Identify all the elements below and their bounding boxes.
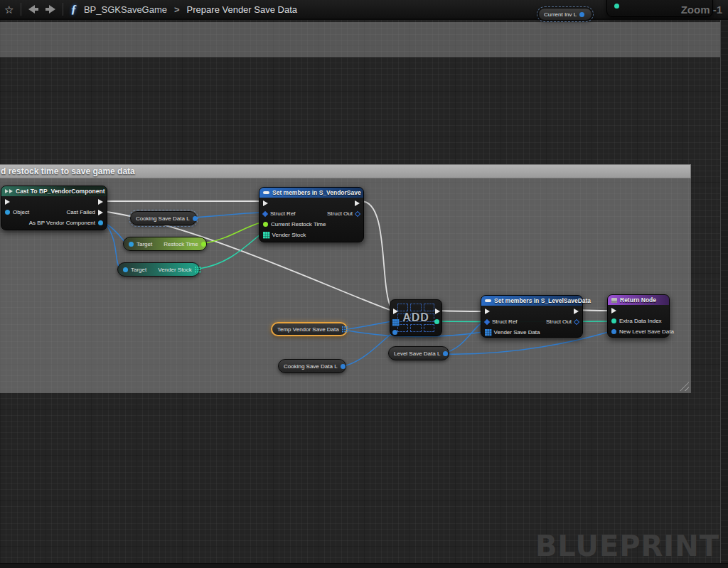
blueprint-graph-canvas[interactable]: d restock time to save game data	[0, 0, 728, 568]
current-restock-pin[interactable]	[263, 222, 268, 227]
exec-in-pin[interactable]	[393, 309, 398, 314]
cast-failed-label: Cast Failed	[67, 209, 95, 215]
value-out-pin[interactable]	[443, 351, 448, 356]
pill-get-restock-time[interactable]: Target Restock Time	[123, 237, 207, 251]
exec-out-pin[interactable]	[355, 200, 360, 206]
struct-ref-label: Struct Ref	[492, 318, 518, 325]
exec-in-pin[interactable]	[611, 308, 616, 314]
current-restock-label: Current Restock Time	[271, 221, 326, 227]
value-out-pin[interactable]	[193, 216, 198, 221]
return-icon	[611, 298, 617, 303]
pill-label: Cooking Save Data L	[284, 363, 338, 370]
cast-failed-pin[interactable]	[98, 210, 103, 215]
value-out-pin[interactable]	[201, 242, 206, 247]
pill-current-inv[interactable]: Current Inv L	[538, 8, 592, 21]
exec-out-pin[interactable]	[435, 309, 440, 314]
struct-out-label: Struct Out	[546, 318, 572, 325]
divider	[63, 3, 63, 16]
breadcrumb-root[interactable]: BP_SGKSaveGame	[84, 4, 167, 15]
as-component-label: As BP Vendor Component	[29, 220, 95, 226]
node-add[interactable]: ADD	[390, 299, 442, 336]
value-out-pin[interactable]	[342, 326, 344, 328]
back-button[interactable]	[28, 5, 38, 14]
pill-label: Restock Time	[164, 241, 198, 247]
struct-out-pin[interactable]	[574, 318, 579, 324]
comment-body-clipped[interactable]	[0, 22, 728, 58]
target-in-pin[interactable]	[123, 267, 128, 272]
struct-ref-label: Struct Ref	[270, 210, 296, 217]
pill-cooking-save-data-top[interactable]: Cooking Save Data L	[130, 211, 197, 225]
exec-out-pin[interactable]	[98, 199, 103, 205]
target-label: Target	[131, 267, 146, 273]
new-level-save-pin[interactable]	[611, 329, 616, 334]
node-set-members-levelsavedata[interactable]: Set members in S_LevelSaveData Struct Re…	[481, 295, 583, 338]
pill-label: Temp Vendor Save Data	[277, 326, 339, 333]
object-pin-label: Object	[13, 209, 29, 215]
target-label: Target	[136, 241, 152, 247]
value-out-pin[interactable]	[195, 267, 197, 269]
struct-out-pin[interactable]	[355, 210, 360, 216]
exec-in-pin[interactable]	[5, 199, 10, 205]
pill-label: Level Save Data L	[394, 350, 440, 357]
object-pin[interactable]	[5, 210, 10, 215]
set-in-pin[interactable]	[392, 319, 395, 321]
vender-save-data-pin[interactable]	[485, 329, 487, 331]
panel-edge-bottom	[0, 563, 728, 568]
struct-icon	[485, 299, 491, 302]
node-cast-to-bp-vendorcomponent[interactable]: Cast To BP_VendorComponent Object Cast F…	[1, 186, 107, 230]
pill-level-save-data[interactable]: Level Save Data L	[388, 346, 449, 360]
pill-cooking-save-data-bottom[interactable]: Cooking Save Data L	[278, 359, 346, 373]
pill-get-vender-stock[interactable]: Target Vender Stock	[117, 262, 200, 277]
value-out-pin[interactable]	[579, 12, 584, 17]
exec-in-pin[interactable]	[263, 200, 268, 206]
node-return[interactable]: Return Node Extra Data Index New Level S…	[607, 294, 670, 338]
pill-label: Vender Stock	[158, 267, 192, 273]
panel-edge-right	[721, 20, 728, 568]
zoom-level-label: Zoom -1	[681, 4, 722, 16]
index-out-pin[interactable]	[434, 319, 439, 324]
forward-button[interactable]	[46, 5, 55, 14]
value-out-pin[interactable]	[341, 364, 346, 369]
extra-data-index-pin[interactable]	[611, 318, 616, 323]
item-in-pin[interactable]	[392, 330, 397, 335]
exec-in-pin[interactable]	[485, 309, 490, 314]
struct-out-label: Struct Out	[327, 210, 353, 217]
node-set-members-vendorsave[interactable]: Set members in S_VendorSave Struct Ref S…	[259, 187, 364, 242]
comment-resize-handle[interactable]	[680, 382, 689, 391]
vender-stock-pin[interactable]	[263, 232, 265, 234]
node-title: Set members in S_VendorSave	[272, 189, 361, 196]
node-title: Set members in S_LevelSaveData	[494, 297, 591, 304]
vender-stock-label: Vender Stock	[272, 232, 306, 238]
cast-icon	[5, 189, 13, 193]
chevron-right-icon: >	[174, 4, 180, 15]
exec-out-pin[interactable]	[574, 309, 579, 314]
add-title: ADD	[390, 300, 441, 336]
struct-ref-pin[interactable]	[262, 210, 268, 216]
struct-ref-pin[interactable]	[484, 318, 490, 324]
target-in-pin[interactable]	[129, 242, 134, 247]
pill-label: Cooking Save Data L	[136, 215, 190, 222]
as-component-pin[interactable]	[98, 220, 103, 225]
breadcrumb-current[interactable]: Prepare Vender Save Data	[187, 4, 297, 15]
new-level-save-label: New Level Save Data	[619, 328, 674, 335]
value-pin[interactable]	[614, 4, 619, 9]
node-title: Return Node	[620, 296, 656, 304]
extra-data-index-label: Extra Data Index	[619, 318, 662, 324]
comment-title[interactable]: d restock time to save game data	[0, 164, 691, 178]
blueprint-watermark: BLUEPRINT	[535, 530, 719, 562]
pill-label: Current Inv L	[544, 11, 577, 18]
divider	[21, 3, 21, 16]
bookmark-star-icon[interactable]: ☆	[4, 4, 14, 15]
function-icon: ƒ	[70, 2, 77, 16]
struct-icon	[263, 191, 269, 194]
pill-temp-vendor-save-data[interactable]: Temp Vendor Save Data	[271, 322, 348, 336]
vender-save-data-label: Vender Save Data	[494, 329, 540, 336]
node-title: Cast To BP_VendorComponent	[16, 188, 105, 195]
